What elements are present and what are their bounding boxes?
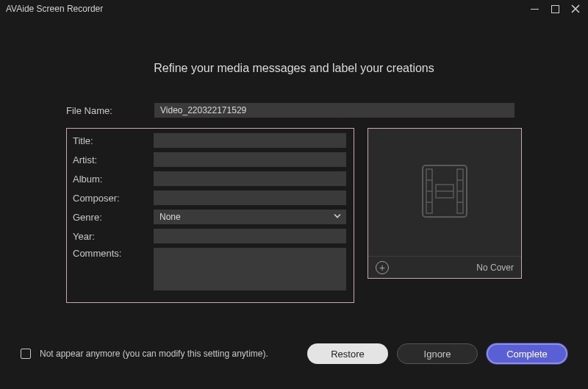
composer-label: Composer:: [73, 193, 154, 204]
titlebar: AVAide Screen Recorder: [0, 0, 588, 18]
filename-input[interactable]: [154, 103, 514, 118]
add-cover-button[interactable]: +: [376, 261, 389, 274]
album-label: Album:: [73, 174, 154, 185]
genre-label: Genre:: [73, 212, 154, 223]
comments-input[interactable]: [154, 248, 346, 290]
form-area: File Name: Title: Artist: Album: Compose…: [66, 103, 522, 303]
filename-label: File Name:: [66, 105, 154, 116]
genre-value[interactable]: [154, 210, 346, 224]
minimize-icon[interactable]: [528, 2, 541, 15]
footer: Not appear anymore (you can modify this …: [0, 343, 588, 364]
cover-footer: + No Cover: [368, 256, 521, 278]
page-heading: Refine your media messages and label you…: [0, 62, 588, 75]
title-label: Title:: [73, 135, 154, 146]
filename-row: File Name:: [66, 103, 522, 118]
cover-box: + No Cover: [368, 128, 522, 279]
not-appear-checkbox[interactable]: [21, 349, 31, 359]
cover-preview: [368, 129, 521, 256]
composer-input[interactable]: [154, 190, 346, 205]
restore-button[interactable]: Restore: [307, 343, 388, 364]
maximize-icon[interactable]: [548, 2, 562, 15]
metadata-box: Title: Artist: Album: Composer: Genre:: [66, 128, 354, 303]
no-cover-label: No Cover: [476, 263, 514, 273]
year-label: Year:: [73, 231, 154, 242]
ignore-button[interactable]: Ignore: [397, 343, 478, 364]
app-title: AVAide Screen Recorder: [6, 4, 103, 14]
columns: Title: Artist: Album: Composer: Genre:: [66, 128, 522, 303]
close-icon[interactable]: [569, 2, 582, 15]
film-icon: [412, 158, 478, 226]
complete-button[interactable]: Complete: [487, 343, 567, 364]
comments-label: Comments:: [73, 248, 154, 259]
artist-input[interactable]: [154, 152, 346, 167]
genre-select[interactable]: [154, 210, 346, 224]
window-controls: [528, 2, 582, 15]
not-appear-label: Not appear anymore (you can modify this …: [40, 349, 298, 359]
album-input[interactable]: [154, 171, 346, 186]
artist-label: Artist:: [73, 154, 154, 165]
year-input[interactable]: [154, 229, 346, 243]
title-input[interactable]: [154, 133, 346, 148]
